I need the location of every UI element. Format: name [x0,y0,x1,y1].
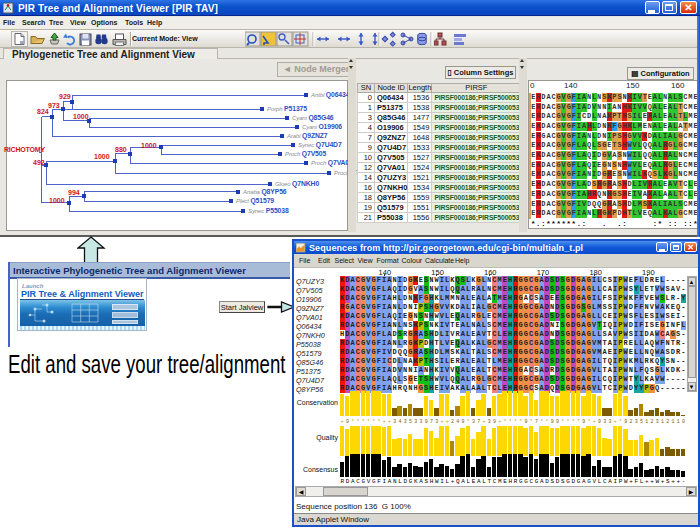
svg-text:*: * [467,419,470,425]
svg-text:3: 3 [608,419,611,425]
svg-text:3: 3 [656,419,659,425]
svg-text:*: * [367,419,370,425]
svg-text:1: 1 [671,419,674,425]
svg-text:9: 9 [461,419,464,425]
svg-text:*: * [514,419,517,425]
svg-text:*: * [503,419,506,425]
svg-text:+: + [440,419,443,425]
svg-text:+: + [341,419,344,425]
svg-text:2: 2 [451,419,454,425]
svg-text:+: + [446,419,449,425]
svg-text:4: 4 [398,419,401,425]
svg-text:9: 9 [493,419,496,425]
svg-text:1: 1 [645,419,648,425]
svg-text:2: 2 [629,419,632,425]
svg-text:5: 5 [640,419,643,425]
svg-text:*: * [351,419,354,425]
svg-text:+: + [383,419,386,425]
svg-text:*: * [509,419,512,425]
svg-text:*: * [587,419,590,425]
svg-text:7: 7 [430,419,433,425]
svg-text:3: 3 [419,419,422,425]
svg-text:3: 3 [414,419,417,425]
svg-text:7: 7 [477,419,480,425]
svg-text:*: * [545,419,548,425]
svg-text:9: 9 [582,419,585,425]
svg-text:*: * [561,419,564,425]
svg-text:*: * [566,419,569,425]
svg-text:*: * [540,419,543,425]
svg-text:*: * [619,419,622,425]
svg-text:+: + [498,419,501,425]
svg-text:1: 1 [661,419,664,425]
svg-text:5: 5 [409,419,412,425]
svg-text:3: 3 [404,419,407,425]
svg-text:9: 9 [551,419,554,425]
svg-text:*: * [572,419,575,425]
svg-text:4: 4 [456,419,459,425]
svg-text:*: * [356,419,359,425]
svg-text:+: + [614,419,617,425]
svg-text:1: 1 [677,419,680,425]
svg-text:+: + [593,419,596,425]
svg-text:+: + [482,419,485,425]
svg-text:9: 9 [425,419,428,425]
svg-text:9: 9 [556,419,559,425]
svg-text:3: 3 [472,419,475,425]
svg-text:2: 2 [650,419,653,425]
svg-text:3: 3 [635,419,638,425]
svg-text:*: * [530,419,533,425]
svg-text:*: * [377,419,380,425]
svg-text:9: 9 [524,419,527,425]
svg-text:*: * [577,419,580,425]
svg-text:9: 9 [346,419,349,425]
svg-text:*: * [372,419,375,425]
svg-text:0: 0 [682,419,685,425]
svg-text:*: * [362,419,365,425]
svg-text:2: 2 [666,419,669,425]
svg-text:3: 3 [488,419,491,425]
svg-text:3: 3 [603,419,606,425]
svg-text:3: 3 [393,419,396,425]
svg-text:9: 9 [624,419,627,425]
svg-text:*: * [519,419,522,425]
svg-text:9: 9 [598,419,601,425]
svg-text:+: + [388,419,391,425]
svg-text:3: 3 [435,419,438,425]
svg-text:7: 7 [535,419,538,425]
